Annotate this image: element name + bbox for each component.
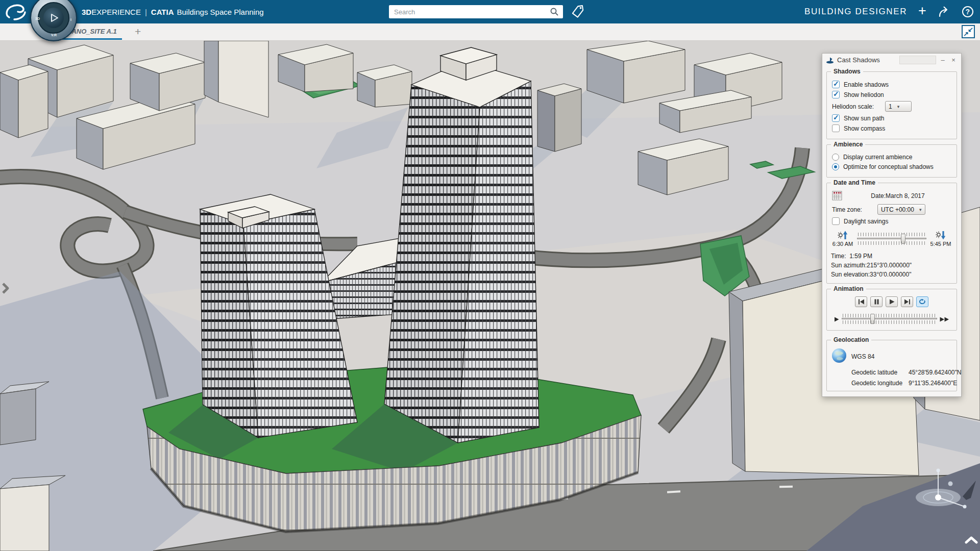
animation-speed-slider[interactable]: [842, 313, 937, 325]
show-sun-path-row[interactable]: Show sun path: [832, 114, 951, 122]
panel-title: Cast Shadows: [837, 56, 880, 64]
geodetic-longitude-value: 9°11'35.246400"E: [909, 380, 957, 387]
compass-pin-icon: ⚑: [53, 0, 57, 2]
app-subtitle: Buildings Space Planning: [177, 8, 264, 16]
enable-shadows-row[interactable]: Enable shadows: [832, 81, 951, 88]
sunset-column: 5:45 PM: [929, 230, 952, 247]
geodetic-longitude-label: Geodetic longitude: [851, 380, 909, 387]
play-button[interactable]: [886, 296, 898, 307]
skip-to-end-button[interactable]: [901, 296, 913, 307]
expand-left-panel-arrow[interactable]: [2, 282, 10, 296]
daylight-savings-checkbox[interactable]: [832, 217, 840, 225]
time-value: 1:59 PM: [849, 253, 872, 260]
compass-play-icon[interactable]: [43, 8, 64, 28]
animation-speed-row: [831, 313, 952, 326]
shadows-group: Shadows Enable shadows Show heliodon Hel…: [826, 71, 957, 139]
enable-shadows-checkbox[interactable]: [832, 81, 840, 88]
search-input[interactable]: [393, 8, 550, 16]
optimize-conceptual-shadows-label: Optimize for conceptual shadows: [843, 163, 934, 170]
animation-group: Animation: [826, 289, 957, 331]
time-of-day-slider[interactable]: [857, 232, 926, 246]
sunrise-column: 6:30 AM: [831, 230, 854, 247]
fast-speed-icon[interactable]: [940, 317, 949, 322]
cast-shadows-panel: Cast Shadows – × Shadows Enable shadows …: [822, 53, 962, 397]
show-compass-checkbox[interactable]: [832, 124, 840, 132]
brand-separator: |: [144, 8, 148, 16]
cast-shadows-icon: [826, 57, 834, 64]
globe-icon: [831, 347, 851, 365]
chevron-down-icon: ▾: [897, 104, 900, 109]
loop-button[interactable]: [916, 296, 928, 307]
enable-shadows-label: Enable shadows: [844, 81, 889, 88]
help-icon[interactable]: ?: [962, 6, 973, 17]
shadows-legend: Shadows: [831, 68, 863, 75]
skip-to-start-button[interactable]: [855, 296, 867, 307]
pause-button[interactable]: [870, 296, 883, 307]
optimize-conceptual-shadows-radio[interactable]: [832, 163, 839, 170]
geolocation-group: Geolocation WGS 84 Geodetic latitude 45°…: [826, 340, 957, 391]
timezone-row: Time zone: UTC +00:00 ▾: [832, 204, 951, 215]
share-icon[interactable]: [938, 6, 951, 18]
compass-3d-label: 3D: [35, 17, 40, 20]
ambience-option-current[interactable]: Display current ambience: [832, 154, 951, 161]
close-button[interactable]: ×: [949, 56, 958, 64]
display-current-ambience-label: Display current ambience: [843, 154, 912, 161]
geodetic-latitude-value: 45°28'59.642400"N: [909, 369, 961, 376]
document-tab-bar: MILANO_SITE A.1 + ↙ ↗: [0, 23, 980, 41]
time-label: Time:: [831, 253, 846, 260]
slow-speed-icon[interactable]: [834, 317, 839, 322]
calendar-icon[interactable]: [832, 190, 842, 202]
dassault-systemes-logo-icon[interactable]: [4, 2, 28, 21]
show-compass-row[interactable]: Show compass: [832, 124, 951, 132]
ambience-legend: Ambience: [831, 141, 865, 148]
date-value: Date:March 8, 2017: [831, 190, 952, 202]
ambience-group: Ambience Display current ambience Optimi…: [826, 144, 957, 178]
show-heliodon-checkbox[interactable]: [832, 91, 840, 98]
panel-grip[interactable]: [899, 56, 936, 64]
search-icon[interactable]: [550, 7, 559, 16]
brand-experience: EXPERIENCE: [91, 8, 141, 16]
geodetic-latitude-label: Geodetic latitude: [851, 369, 909, 376]
expand-bottom-arrow[interactable]: [965, 536, 978, 546]
show-heliodon-row[interactable]: Show heliodon: [832, 91, 951, 98]
workspace-title: BUILDING DESIGNER: [804, 7, 907, 17]
sun-info: Time: 1:59 PM Sun azimuth:215°3'0.000000…: [831, 252, 952, 279]
timezone-dropdown[interactable]: UTC +00:00 ▾: [877, 204, 925, 215]
add-content-button[interactable]: +: [918, 4, 926, 18]
heliodon-scale-row: Heliodon scale: 1 ▾: [832, 101, 951, 112]
sun-time-slider-row: 6:30 AM 5:45 PM: [831, 230, 952, 247]
sun-azimuth: Sun azimuth:215°3'0.000000": [831, 261, 952, 270]
show-heliodon-label: Show heliodon: [844, 91, 884, 98]
sunrise-icon: [837, 230, 849, 240]
show-sun-path-checkbox[interactable]: [832, 114, 840, 122]
heliodon-scale-label: Heliodon scale:: [832, 103, 874, 110]
animation-legend: Animation: [831, 285, 866, 292]
date-row: Date:March 8, 2017: [831, 190, 952, 202]
app-title: 3DEXPERIENCE | CATIA Buildings Space Pla…: [82, 0, 264, 23]
search-box[interactable]: [389, 5, 563, 18]
ambience-option-conceptual[interactable]: Optimize for conceptual shadows: [832, 163, 951, 170]
sunset-icon: [935, 230, 947, 240]
geolocation-info: WGS 84 Geodetic latitude 45°28'59.642400…: [831, 347, 952, 387]
new-tab-button[interactable]: +: [135, 26, 141, 38]
heliodon-scale-dropdown[interactable]: 1 ▾: [885, 101, 912, 112]
geolocation-legend: Geolocation: [831, 336, 871, 343]
tag-icon[interactable]: [571, 5, 585, 19]
compass-vr-label: V.R: [51, 33, 57, 37]
brand-catia: CATIA: [151, 8, 174, 16]
sun-elevation: Sun elevation:33°0'0.000000": [831, 270, 952, 279]
collapse-viewport-icon[interactable]: ↙ ↗: [962, 25, 975, 38]
display-current-ambience-radio[interactable]: [832, 154, 839, 161]
daylight-savings-label: Daylight savings: [844, 218, 888, 225]
date-time-group: Date and Time Date:March 8, 2017 Time zo…: [826, 183, 957, 284]
sunrise-time: 6:30 AM: [832, 241, 853, 247]
minimize-button[interactable]: –: [939, 56, 947, 64]
animation-controls: [831, 296, 952, 307]
daylight-savings-row[interactable]: Daylight savings: [832, 217, 951, 225]
panel-header[interactable]: Cast Shadows – ×: [822, 54, 961, 66]
date-time-legend: Date and Time: [831, 179, 878, 186]
show-sun-path-label: Show sun path: [844, 115, 884, 122]
compass-side-icon: i: [70, 18, 71, 21]
sunset-time: 5:45 PM: [930, 241, 951, 247]
timezone-label: Time zone:: [832, 206, 862, 213]
